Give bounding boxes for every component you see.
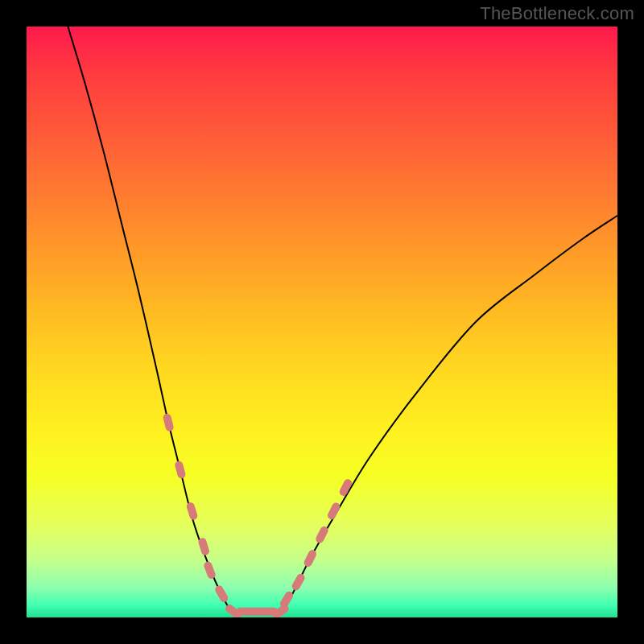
curve-marker bbox=[174, 460, 186, 480]
curve-marker bbox=[291, 572, 307, 592]
curve-marker bbox=[326, 502, 341, 521]
curve-marker bbox=[197, 537, 210, 556]
curve-marker bbox=[213, 584, 229, 604]
watermark: TheBottleneck.com bbox=[480, 3, 634, 24]
plot-area bbox=[27, 27, 617, 617]
chart-frame: TheBottleneck.com bbox=[0, 0, 644, 644]
curve-marker bbox=[315, 525, 330, 544]
chart-svg bbox=[27, 27, 617, 617]
curve-marker bbox=[163, 413, 175, 432]
v-curve bbox=[68, 27, 617, 613]
curve-marker bbox=[186, 502, 199, 521]
curve-marker bbox=[303, 549, 318, 568]
curve-marker bbox=[203, 560, 217, 580]
